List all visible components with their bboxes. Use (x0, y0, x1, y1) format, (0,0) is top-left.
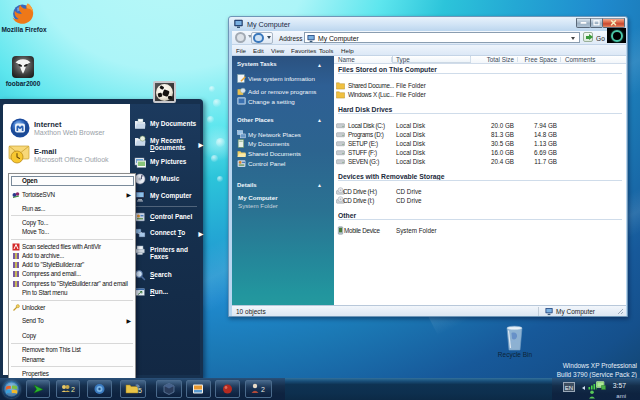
svg-text:2: 2 (261, 386, 265, 393)
svg-text:5: 5 (138, 387, 142, 394)
svg-text:2: 2 (71, 386, 75, 393)
